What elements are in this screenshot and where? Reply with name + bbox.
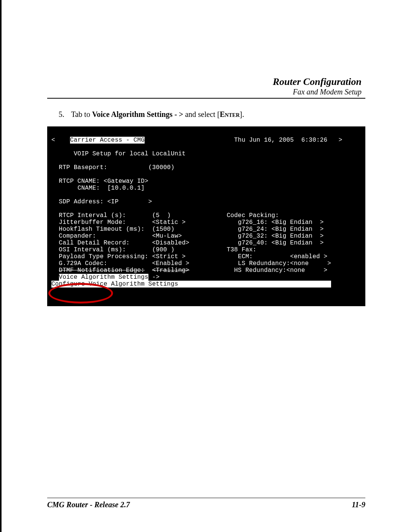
- left-col-6-label: Payload Type Processing:: [59, 253, 148, 260]
- terminal-helpbar: Configure Voice Algorithm Settings: [51, 281, 178, 288]
- footer-right: 11-9: [352, 500, 365, 509]
- left-col-3-val: <Mu-Law>: [152, 233, 182, 240]
- left-col-5-label: OSI Interval (ms):: [59, 246, 126, 253]
- left-col-6-val: <Strict >: [152, 253, 186, 260]
- left-col-2-label: Hookflash Timeout (ms):: [59, 226, 145, 233]
- right-col-3-label: g726_40:: [238, 240, 268, 246]
- terminal-subtitle: VOIP Setup for local LocalUnit: [74, 150, 186, 157]
- step-prefix: Tab to: [71, 110, 92, 118]
- left-col-1-label: Jitterbuffer Mode:: [59, 219, 126, 226]
- terminal-screenshot: < Carrier Access - CMG Thu Jun 16, 2005 …: [47, 126, 365, 306]
- right-col-2-label: g726_32:: [238, 233, 268, 240]
- voice-algo-selected: Voice Algorithm Settings: [59, 274, 148, 281]
- terminal-title: Carrier Access - CMG: [70, 137, 145, 144]
- rtp-baseport-value: (30000): [148, 164, 175, 171]
- section-subtitle: Fax and Modem Setup: [47, 88, 362, 96]
- left-col-0-val: (5 ): [152, 212, 171, 219]
- left-col-3-label: Compander:: [59, 233, 96, 240]
- page-footer: CMG Router - Release 2.7 11-9: [47, 498, 365, 509]
- left-col-7-val: <Enabled >: [152, 260, 190, 267]
- terminal-columns: RTCP Interval (s): (5 ) Codec Packing: J…: [51, 212, 331, 281]
- term-top-right-arrow: >: [339, 137, 342, 144]
- right-col-0-label: g726_16:: [238, 219, 268, 226]
- right-col-0-val: <Big Endian >: [271, 219, 323, 226]
- section-title: Router Configuration: [47, 76, 362, 88]
- page-header: Router Configuration Fax and Modem Setup: [47, 76, 362, 96]
- header-rule: [47, 98, 365, 99]
- step-bold: Voice Algorithm Settings - >: [92, 110, 183, 118]
- t38-0-label: ECM:: [238, 253, 253, 260]
- left-col-5-val: (900 ): [152, 246, 175, 253]
- right-col-2-val: <Big Endian >: [271, 233, 323, 240]
- t38-2-label: HS Redundancy:: [234, 267, 286, 274]
- t38-1-label: LS Redundancy:: [238, 260, 290, 267]
- cname-value: CNAME: [10.0.0.1]: [78, 185, 145, 192]
- step-middle: and select [: [183, 110, 220, 118]
- left-col-4-val: <Disabled>: [152, 240, 190, 246]
- codec-packing-header: Codec Packing:: [227, 212, 279, 219]
- dtmf-label: DTMF Notification Edge:: [59, 267, 145, 274]
- right-col-1-val: <Big Endian >: [271, 226, 323, 233]
- left-col-0-label: RTCP Interval (s):: [59, 212, 126, 219]
- left-col-7-label: G.729A Codec:: [59, 260, 107, 267]
- step-enter-key: Enter: [220, 110, 240, 118]
- left-col-2-val: (1500): [152, 226, 175, 233]
- term-top-left-arrow: <: [51, 137, 55, 144]
- left-col-4-label: Call Detail Record:: [59, 240, 130, 246]
- rtp-baseport-label: RTP Baseport:: [59, 164, 107, 171]
- footer-left: CMG Router - Release 2.7: [47, 500, 130, 509]
- voice-algo-arrow: ->: [148, 274, 159, 281]
- right-col-1-label: g726_24:: [238, 226, 268, 233]
- step-suffix: ].: [240, 110, 244, 118]
- t38-header: T38 Fax:: [227, 246, 256, 253]
- step-number: 5.: [59, 110, 69, 119]
- sdp-address: SDP Address: <IP >: [59, 198, 152, 205]
- t38-0-val: <enabled >: [290, 253, 327, 260]
- instruction-step: 5. Tab to Voice Algorithm Settings - > a…: [59, 110, 365, 119]
- terminal-helpbar-pad: [178, 281, 331, 288]
- t38-2-val: <none >: [287, 267, 328, 274]
- t38-1-val: <none >: [290, 260, 331, 267]
- document-page: Router Configuration Fax and Modem Setup…: [0, 0, 411, 532]
- rtcp-cname-label: RTCP CNAME: <Gateway ID>: [59, 178, 148, 185]
- terminal-datetime: Thu Jun 16, 2005 6:30:26: [234, 137, 327, 144]
- right-col-3-val: <Big Endian >: [271, 240, 323, 246]
- dtmf-val: <Trailing>: [152, 267, 190, 274]
- left-col-1-val: <Static >: [152, 219, 186, 226]
